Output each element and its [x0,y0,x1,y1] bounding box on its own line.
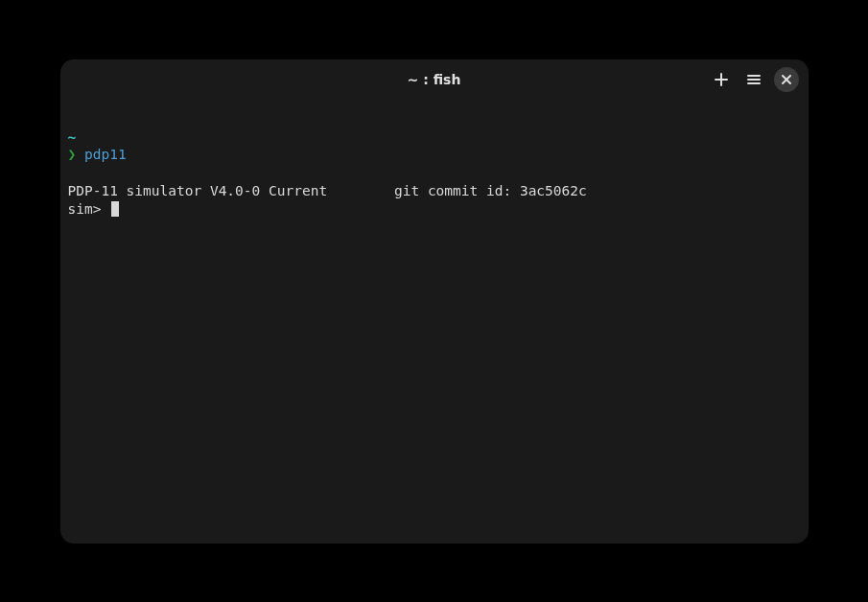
window-controls [709,67,799,92]
close-button[interactable] [774,67,799,92]
entered-command: pdp11 [84,147,127,162]
menu-button[interactable] [741,67,766,92]
output-line: PDP-11 simulator V4.0-0 Current git comm… [68,183,587,198]
prompt-char: ❯ [68,147,77,162]
sim-prompt: sim> [68,201,110,217]
plus-icon [714,72,729,87]
hamburger-icon [746,72,762,87]
titlebar: ~ : fish [60,59,809,100]
cwd-indicator: ~ [68,129,77,145]
window-title: ~ : fish [408,72,461,87]
terminal-window: ~ : fish ~ ❯ [60,59,809,544]
new-tab-button[interactable] [709,67,734,92]
close-icon [781,74,792,85]
terminal-body[interactable]: ~ ❯ pdp11 PDP-11 simulator V4.0-0 Curren… [60,100,809,544]
cursor [111,201,119,217]
